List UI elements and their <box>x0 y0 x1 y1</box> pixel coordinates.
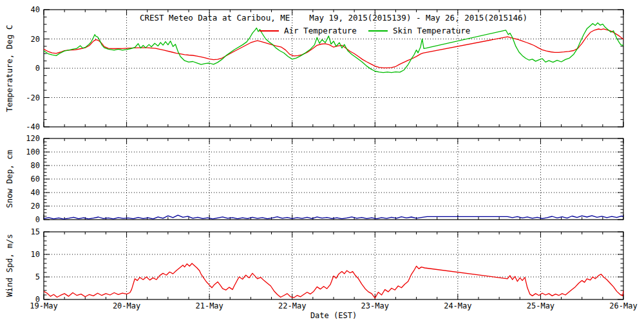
x-tick-label: 23-May <box>361 301 389 310</box>
air-temperature-legend-line <box>260 30 279 32</box>
y-tick-label: 40 <box>31 5 40 14</box>
skin-temperature-legend-line <box>368 30 388 32</box>
x-tick-label: 26-May <box>609 301 637 310</box>
meteo-chart-svg: 40200-20-4012010080604020015105019-May20… <box>0 0 644 322</box>
air-temperature-legend-label: Air Temperature <box>284 26 357 35</box>
x-tick-label: 21-May <box>195 301 223 310</box>
y-axis-label-snow-depth: Snow Dep, cm <box>4 138 14 220</box>
y-tick-label: 100 <box>26 147 40 156</box>
panel-0: 40200-20-40 <box>26 5 623 131</box>
x-axis-label: Date (EST) <box>44 311 623 320</box>
meteo-figure: 40200-20-4012010080604020015105019-May20… <box>0 0 644 322</box>
y-tick-label: 15 <box>31 227 40 236</box>
y-tick-label: 80 <box>31 161 40 170</box>
y-tick-label: 0 <box>35 215 40 224</box>
skin-temperature-legend-label: Skin Temperature <box>393 26 470 35</box>
y-tick-label: -20 <box>26 93 40 102</box>
y-tick-label: 5 <box>35 272 40 281</box>
x-tick-label: 25-May <box>527 301 554 310</box>
y-axis-label-wind-speed: Wind Spd, m/s <box>4 232 14 299</box>
x-tick-label: 20-May <box>113 301 140 310</box>
y-axis-label-temperature: Temperature, Deg C <box>4 10 14 127</box>
y-tick-label: 120 <box>26 134 40 143</box>
x-tick-label: 24-May <box>444 301 471 310</box>
y-tick-label: -40 <box>26 122 40 131</box>
x-tick-label: 19-May <box>30 301 57 310</box>
y-tick-label: 10 <box>31 250 40 259</box>
chart-title: CREST Meteo Data at Caribou, ME May 19, … <box>44 13 623 23</box>
series-wind-speed <box>44 263 623 298</box>
panel-2: 151050 <box>31 227 623 304</box>
legend: Air Temperature Skin Temperature <box>260 26 482 35</box>
y-tick-label: 0 <box>35 64 40 73</box>
y-tick-label: 60 <box>31 175 40 184</box>
panel-1: 120100806040200 <box>26 134 623 224</box>
x-tick-label: 22-May <box>278 301 306 310</box>
y-tick-label: 20 <box>31 202 40 211</box>
y-tick-label: 40 <box>31 188 40 197</box>
y-tick-label: 20 <box>31 35 40 44</box>
